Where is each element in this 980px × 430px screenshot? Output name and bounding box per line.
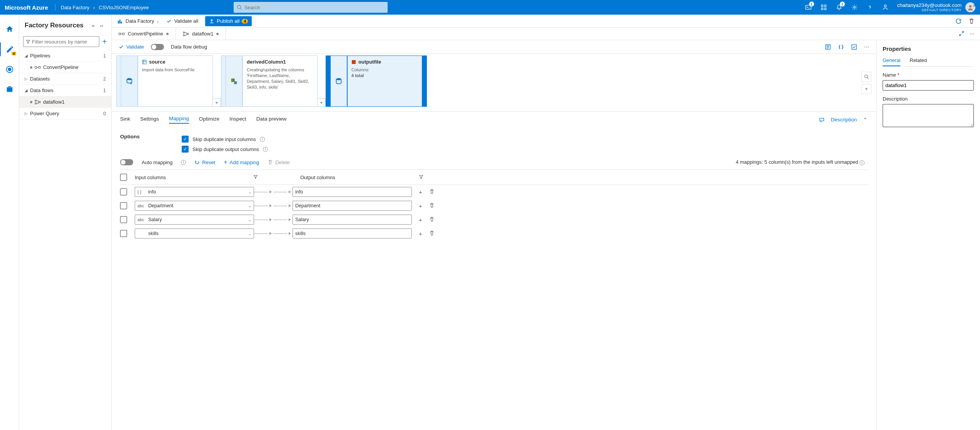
manage-icon[interactable]	[0, 82, 19, 96]
add-mapping-button[interactable]: + Add mapping	[224, 159, 259, 166]
tree-item-convertpipeline[interactable]: ConvertPipeline	[19, 62, 111, 73]
dataflow-canvas[interactable]: source Import data from SourceFile + der…	[112, 54, 876, 112]
info-icon[interactable]: i	[260, 137, 265, 142]
output-column-input[interactable]: Department	[293, 201, 412, 211]
filter-icon[interactable]	[419, 175, 423, 180]
description-button[interactable]: Description	[831, 117, 857, 123]
description-input[interactable]	[883, 104, 974, 127]
info-icon[interactable]: i	[263, 147, 268, 152]
add-row-button[interactable]: +	[419, 203, 422, 209]
global-search[interactable]	[234, 2, 388, 13]
tab-related[interactable]: Related	[910, 57, 927, 66]
tab-mapping[interactable]: Mapping	[169, 116, 189, 124]
add-step-button[interactable]: +	[317, 98, 326, 107]
feedback-icon[interactable]	[878, 0, 893, 15]
delete-row-button[interactable]	[429, 203, 435, 209]
node-outputfile[interactable]: outputfile Columns:4 total	[347, 55, 422, 107]
cloud-shell-icon[interactable]: 1	[801, 0, 816, 15]
name-input[interactable]	[883, 80, 974, 91]
add-row-button[interactable]: +	[419, 217, 422, 223]
more-icon[interactable]: ⋯	[970, 31, 975, 37]
delete-icon[interactable]	[968, 18, 975, 24]
skip-dup-input-checkbox[interactable]: ✓	[182, 136, 189, 143]
crumb-datafactory[interactable]: Data Factory	[61, 5, 89, 10]
output-column-input[interactable]: Salary	[293, 215, 412, 225]
input-column-select[interactable]: { }info⌄	[135, 187, 254, 197]
node-handle[interactable]	[422, 55, 427, 107]
search-input[interactable]	[244, 5, 385, 10]
node-handle[interactable]	[221, 55, 226, 107]
tab-datapreview[interactable]: Data preview	[256, 116, 287, 123]
refresh-icon[interactable]	[955, 18, 962, 24]
select-all-checkbox[interactable]	[120, 174, 127, 181]
tab-sink[interactable]: Sink	[120, 116, 130, 123]
tree-item-dataflow1[interactable]: dataflow1	[19, 96, 111, 108]
tab-dataflow1[interactable]: dataflow1	[176, 28, 226, 40]
output-column-input[interactable]: skills	[293, 228, 412, 239]
node-handle[interactable]	[116, 55, 121, 107]
row-checkbox[interactable]	[120, 216, 127, 223]
tree-pipelines[interactable]: ◢ Pipelines 1	[19, 50, 111, 62]
automapping-toggle[interactable]	[120, 159, 133, 165]
collapse-icon[interactable]: ‹‹	[97, 21, 106, 30]
crumb-resource[interactable]: CSVtoJSONEmployee	[99, 5, 149, 10]
more-icon[interactable]: ⋯	[864, 44, 869, 50]
delete-row-button[interactable]	[429, 189, 435, 195]
node-source[interactable]: source Import data from SourceFile	[138, 55, 213, 107]
datafactory-dropdown[interactable]: Data Factory ⌄	[117, 18, 159, 24]
author-icon[interactable]: 4	[0, 42, 19, 56]
add-row-button[interactable]: +	[419, 230, 422, 237]
validate-all-button[interactable]: Validate all	[166, 18, 198, 24]
pin-icon[interactable]: «	[89, 21, 97, 30]
settings-icon[interactable]	[847, 0, 862, 15]
filter-icon[interactable]	[253, 175, 258, 180]
row-checkbox[interactable]	[120, 230, 127, 237]
filter-input[interactable]	[32, 39, 97, 45]
brand[interactable]: Microsoft Azure	[5, 4, 55, 11]
add-row-button[interactable]: +	[419, 189, 422, 195]
reset-button[interactable]: Reset	[194, 160, 215, 165]
delete-row-button[interactable]	[429, 217, 435, 223]
notifications-icon[interactable]: 1	[832, 0, 846, 15]
row-checkbox[interactable]	[120, 202, 127, 209]
skip-dup-output-checkbox[interactable]: ✓	[182, 146, 189, 153]
input-column-select[interactable]: abcSalary⌄	[135, 215, 254, 225]
user-account[interactable]: chaitanya234y@outlook.com DEFAULT DIRECT…	[897, 2, 962, 12]
tab-general[interactable]: General	[883, 57, 900, 66]
learn-icon[interactable]	[851, 44, 857, 50]
tree-dataflows[interactable]: ◢ Data flows 1	[19, 85, 111, 96]
input-column-select[interactable]: abcDepartment⌄	[135, 201, 254, 211]
node-handle[interactable]	[326, 55, 330, 107]
output-column-input[interactable]: info	[293, 187, 412, 197]
script-icon[interactable]	[825, 44, 831, 50]
dataflow-debug-toggle[interactable]	[151, 44, 164, 50]
tab-inspect[interactable]: Inspect	[229, 116, 246, 123]
help-icon[interactable]	[863, 0, 877, 15]
validate-button[interactable]: Validate	[119, 44, 144, 50]
home-icon[interactable]	[0, 22, 19, 36]
input-column-select[interactable]: skills⌄	[135, 228, 254, 239]
publish-all-button[interactable]: Publish all 4	[205, 16, 252, 26]
row-checkbox[interactable]	[120, 188, 127, 195]
tab-optimize[interactable]: Optimize	[199, 116, 219, 123]
tab-settings[interactable]: Settings	[140, 116, 159, 123]
monitor-icon[interactable]	[0, 62, 19, 76]
add-step-button[interactable]: +	[212, 98, 221, 107]
canvas-search-button[interactable]	[861, 72, 871, 82]
maximize-icon[interactable]	[959, 31, 964, 36]
delete-row-button[interactable]	[429, 230, 435, 237]
expand-rail-icon[interactable]: »	[973, 2, 978, 8]
canvas-add-button[interactable]: +	[861, 84, 871, 94]
tree-datasets[interactable]: ▷ Datasets 2	[19, 73, 111, 85]
filter-resources[interactable]	[23, 36, 99, 47]
info-icon[interactable]: i	[181, 160, 186, 165]
node-derivedcolumn[interactable]: derivedColumn1 Creating/updating the col…	[242, 55, 318, 107]
resource-tree: ◢ Pipelines 1 ConvertPipeline ▷ Datasets…	[19, 50, 111, 119]
json-icon[interactable]	[838, 44, 844, 50]
directories-icon[interactable]	[816, 0, 831, 15]
info-icon[interactable]: i	[860, 160, 865, 165]
tree-powerquery[interactable]: ▷ Power Query 0	[19, 108, 111, 119]
collapse-panel-icon[interactable]: ⌃	[863, 117, 868, 123]
add-resource-button[interactable]: +	[102, 37, 107, 46]
tab-convertpipeline[interactable]: ConvertPipeline	[112, 28, 176, 40]
